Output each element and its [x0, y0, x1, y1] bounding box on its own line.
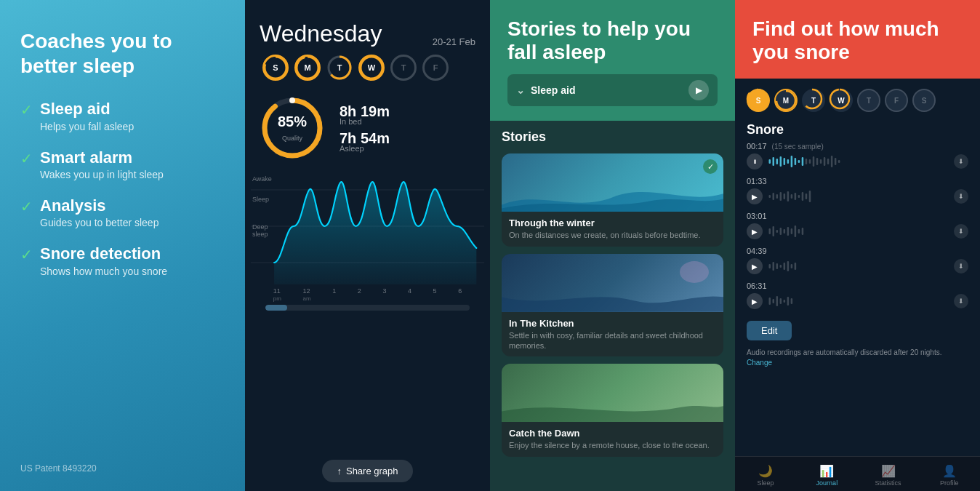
- play-button-4[interactable]: ▶: [747, 258, 763, 274]
- story-name-winter: Through the winter: [509, 217, 716, 228]
- story-info-dawn: Catch the Dawn Enjoy the silence by a re…: [502, 422, 723, 456]
- quality-label: Quality: [282, 135, 302, 142]
- graph-label-awake: Awake: [252, 175, 272, 183]
- panel1-title: Coaches you to better sleep: [20, 29, 225, 78]
- play-button-3[interactable]: ▶: [747, 223, 763, 239]
- download-icon-3[interactable]: ⬇: [954, 224, 968, 239]
- stories-title-text: Stories to help you fall asleep: [507, 17, 718, 64]
- play-button-5[interactable]: ▶: [747, 293, 763, 309]
- rec-time-2: 01:33: [747, 177, 968, 185]
- feature-title-sleep-aid: Sleep aid: [40, 100, 134, 119]
- audio-note: Audio recordings are automatically disca…: [747, 348, 968, 368]
- svg-rect-17: [776, 159, 779, 164]
- svg-rect-34: [838, 160, 840, 163]
- story-desc-winter: On the distances we create, on rituals b…: [509, 230, 716, 240]
- day-circle-f[interactable]: F: [422, 55, 449, 81]
- day-circle-t2[interactable]: T: [390, 55, 417, 81]
- svg-rect-16: [773, 157, 775, 166]
- nav-statistics[interactable]: 📈 Statistics: [858, 463, 919, 488]
- day-label: Wednesday: [260, 20, 382, 47]
- sleep-stats: 85% Quality 8h 19m In bed 7h 54m Asleep: [245, 88, 490, 168]
- share-graph-button[interactable]: ↑ Share graph: [322, 460, 412, 482]
- graph-label-deep: Deepsleep: [252, 223, 272, 238]
- story-image-kitchen: [502, 254, 723, 312]
- download-icon-5[interactable]: ⬇: [954, 294, 968, 308]
- nav-journal[interactable]: 📊 Journal: [796, 463, 857, 488]
- sleep-aid-bar[interactable]: ⌄ Sleep aid ▶: [507, 74, 718, 106]
- sleep-aid-label: Sleep aid: [531, 84, 575, 96]
- nav-sleep-label: Sleep: [758, 479, 774, 487]
- feature-desc-sleep-aid: Helps you fall asleep: [40, 121, 134, 132]
- svg-rect-64: [795, 263, 797, 270]
- wc-w[interactable]: W: [830, 89, 853, 112]
- graph-labels: Awake Sleep Deepsleep: [252, 175, 272, 238]
- svg-rect-58: [773, 262, 775, 271]
- svg-rect-71: [791, 298, 793, 304]
- feature-title-smart-alarm: Smart alarm: [40, 148, 164, 167]
- quality-ring: 85% Quality: [260, 95, 325, 161]
- nav-profile[interactable]: 👤 Profile: [919, 463, 980, 488]
- svg-rect-68: [780, 298, 782, 304]
- story-card-dawn[interactable]: Catch the Dawn Enjoy the silence by a re…: [502, 364, 723, 456]
- quality-pct: 85%: [278, 113, 307, 130]
- wc-t1[interactable]: T: [802, 89, 825, 112]
- x-axis: 11pm 12am 1 2 3 4 5 6: [251, 287, 484, 302]
- day-circles: S M T W T: [260, 55, 475, 81]
- svg-rect-43: [798, 195, 800, 198]
- svg-rect-45: [806, 193, 808, 199]
- svg-rect-27: [813, 156, 815, 167]
- edit-button[interactable]: Edit: [747, 321, 792, 340]
- feature-sleep-aid: ✓ Sleep aid Helps you fall asleep: [20, 100, 225, 132]
- svg-rect-49: [776, 230, 779, 233]
- svg-rect-28: [816, 158, 819, 165]
- story-name-dawn: Catch the Dawn: [509, 428, 716, 439]
- wc-t2[interactable]: T: [857, 89, 880, 112]
- story-card-kitchen[interactable]: In The Kitchen Settle in with cosy, fami…: [502, 254, 723, 357]
- bottom-navigation: 🌙 Sleep 📊 Journal 📈 Statistics 👤 Profile: [735, 456, 980, 491]
- wc-s1[interactable]: S: [747, 89, 770, 112]
- download-icon-2[interactable]: ⬇: [954, 189, 968, 204]
- day-circle-t1[interactable]: T: [326, 55, 353, 81]
- download-icon-1[interactable]: ⬇: [954, 154, 968, 169]
- story-desc-kitchen: Settle in with cosy, familiar details an…: [509, 330, 716, 351]
- recording-2: 01:33 ▶: [747, 177, 968, 207]
- svg-rect-15: [769, 159, 771, 164]
- play-button-2[interactable]: ▶: [747, 188, 763, 204]
- story-check-winter: ✓: [703, 159, 718, 174]
- journal-nav-icon: 📊: [819, 464, 834, 478]
- svg-rect-59: [776, 263, 779, 269]
- svg-rect-19: [784, 158, 786, 165]
- svg-rect-63: [791, 264, 793, 268]
- nav-sleep[interactable]: 🌙 Sleep: [735, 463, 796, 488]
- pause-button-1[interactable]: ⏸: [747, 153, 763, 169]
- waveform-row-3: ▶ ⬇: [747, 223, 968, 239]
- feature-smart-alarm: ✓ Smart alarm Wakes you up in light slee…: [20, 148, 225, 180]
- svg-rect-65: [769, 298, 771, 305]
- day-circle-m[interactable]: M: [294, 55, 321, 81]
- svg-rect-23: [798, 160, 800, 163]
- play-button[interactable]: ▶: [688, 80, 709, 100]
- recording-5: 06:31 ▶ ⬇: [747, 282, 968, 312]
- story-desc-dawn: Enjoy the silence by a remote house, clo…: [509, 440, 716, 450]
- svg-rect-47: [769, 228, 771, 234]
- day-circle-w[interactable]: W: [358, 55, 385, 81]
- wc-s2[interactable]: S: [912, 89, 936, 112]
- svg-rect-26: [809, 159, 811, 164]
- story-card-winter[interactable]: ✓ Through the winter On the distances we…: [502, 153, 723, 246]
- sleep-nav-icon: 🌙: [758, 464, 773, 478]
- wc-m[interactable]: M: [774, 89, 798, 112]
- svg-rect-21: [791, 156, 793, 167]
- recording-1: 00:17 (15 sec sample) ⏸: [747, 142, 968, 172]
- audio-change-link[interactable]: Change: [747, 359, 772, 367]
- svg-rect-24: [802, 157, 804, 166]
- waveform-5: [767, 294, 949, 308]
- day-circle-s1[interactable]: S: [262, 55, 289, 81]
- download-icon-4[interactable]: ⬇: [954, 259, 968, 274]
- svg-rect-41: [791, 194, 793, 199]
- feature-desc-analysis: Guides you to better sleep: [40, 217, 158, 228]
- wc-f[interactable]: F: [885, 89, 908, 112]
- waveform-row-2: ▶: [747, 188, 968, 204]
- share-label: Share graph: [346, 466, 398, 476]
- sleep-header: Wednesday 20-21 Feb S M: [245, 0, 490, 88]
- svg-rect-56: [802, 228, 804, 235]
